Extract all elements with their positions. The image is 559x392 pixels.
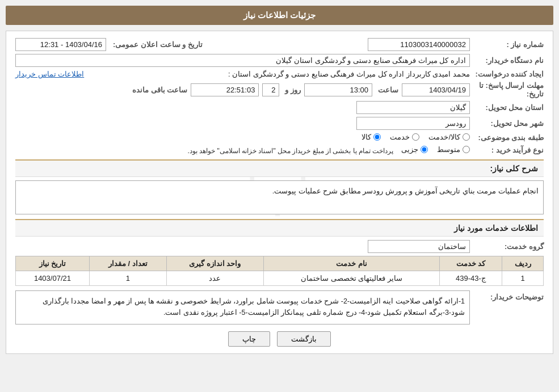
roz-label: روز و (285, 86, 301, 94)
radio-kala-khedmat-label: کالا/خدمت (428, 133, 460, 141)
tabaqe-radio-group: کالا/خدمت خدمت کالا (362, 133, 470, 141)
ijad-konande-label: ایجاد کننده درخواست: (470, 70, 544, 78)
baqi-value: 22:51:03 (191, 83, 259, 96)
th-vahed: واحد اندازه گیری (166, 256, 263, 271)
radio-motavaset[interactable]: متوسط (437, 145, 470, 154)
btn-chap[interactable]: چاپ (228, 331, 270, 347)
roz-value: 2 (262, 83, 279, 96)
shahr-value: رودسر (356, 117, 470, 130)
services-section-header: اطلاعات خدمات مورد نیاز (15, 219, 544, 237)
table-row: 1ج-43-439سایر فعالیتهای تخصصی ساختمانعدد… (16, 271, 544, 286)
table-cell-tedad: 1 (89, 271, 166, 286)
gorooh-khedmat-value: ساختمان (368, 240, 470, 253)
row-nam-dastgah: نام دستگاه خریدار: اداره کل میراث فرهنگی… (15, 54, 544, 67)
page-title: جزئیات اطلاعات نیاز (6, 6, 553, 25)
table-cell-kod_khedmat: ج-43-439 (439, 271, 502, 286)
radio-kala-input[interactable] (373, 133, 381, 141)
shomara-niaz-label: شماره نیاز : (470, 40, 544, 49)
saaat-label: ساعت (378, 86, 398, 94)
mohlat-label: مهلت ارسال پاسخ: تا تاریخ: (470, 81, 544, 98)
shomara-niaz-value: 1103003140000032 (368, 38, 470, 51)
table-cell-vahed: عدد (166, 271, 263, 286)
row-shahr: شهر محل تحویل: رودسر (15, 117, 544, 130)
nam-dastgah-value: اداره کل میراث فرهنگی صنایع دستی و گردشگ… (15, 54, 470, 67)
radio-jozii-input[interactable] (421, 146, 428, 153)
nooe-description: پرداخت تمام یا بخشی از مبلغ خریداز محل "… (188, 147, 394, 155)
ijad-konande-value: محمد امیدی کاربرداز اداره کل میراث فرهنگ… (87, 70, 470, 78)
table-cell-tarikh: 1403/07/21 (16, 271, 90, 286)
sharh-value: انجام عملیات مرمت بناي تاریخی آموزش و پر… (15, 180, 544, 214)
btn-bazgasht[interactable]: بازگشت (277, 331, 331, 347)
row-nooe-farayand: نوع فرآیند خرید : متوسط جزیی پرداخت تمام… (15, 145, 544, 155)
th-tedad: تعداد / مقدار (89, 256, 166, 271)
radio-kala-khedmat-input[interactable] (463, 133, 470, 141)
row-ostan: استان محل تحویل: گیلان (15, 101, 544, 114)
table-cell-nam_khedmat: سایر فعالیتهای تخصصی ساختمان (263, 271, 439, 286)
gorooh-khedmat-label: گروه خدمت: (470, 242, 544, 251)
nooe-farayand-label: نوع فرآیند خرید : (470, 146, 544, 154)
th-radif: ردیف (502, 256, 544, 271)
radio-jozii-label: جزیی (401, 145, 418, 154)
tarikh-elan-label: تاریخ و ساعت اعلان عمومی: (113, 40, 203, 49)
th-tarikh: تاریخ نیاز (16, 256, 90, 271)
ostan-label: استان محل تحویل: (470, 103, 544, 112)
ostan-value: گیلان (356, 101, 470, 114)
radio-kala-khedmat[interactable]: کالا/خدمت (428, 133, 470, 141)
radio-kala-label: کالا (362, 133, 371, 141)
row-tabaqe: طبقه بندی موضوعی: کالا/خدمت خدمت (15, 133, 544, 142)
row-shomara-tarikh: شماره نیاز : 1103003140000032 تاریخ و سا… (15, 38, 544, 51)
th-nam: نام خدمت (263, 256, 439, 271)
shahr-label: شهر محل تحویل: (470, 119, 544, 128)
services-table-body: 1ج-43-439سایر فعالیتهای تخصصی ساختمانعدد… (16, 271, 544, 286)
row-mohlat: مهلت ارسال پاسخ: تا تاریخ: 1403/04/19 سا… (15, 81, 544, 98)
radio-motavaset-label: متوسط (437, 145, 460, 154)
table-cell-radif: 1 (502, 271, 544, 286)
sharh-value-wrap: انجام عملیات مرمت بناي تاریخی آموزش و پر… (15, 180, 544, 214)
row-ijad-konande: ایجاد کننده درخواست: محمد امیدی کاربرداز… (15, 70, 544, 78)
tarikh-elan-value: 1403/04/16 - 12:31 (15, 38, 106, 51)
radio-khedmat-label: خدمت (390, 133, 410, 141)
sharh-section-header: شرح کلی نیاز: (15, 159, 544, 177)
services-table: ردیف کد خدمت نام خدمت واحد اندازه گیری ت… (15, 256, 544, 286)
th-kod: کد خدمت (439, 256, 502, 271)
radio-motavaset-input[interactable] (463, 146, 470, 153)
row-gorooh-khedmat: گروه خدمت: ساختمان (15, 240, 544, 253)
row-tawzihat: توضیحات خریدار: 1-ارائه گواهی صلاحیت این… (15, 290, 544, 324)
radio-khedmat-input[interactable] (412, 133, 419, 141)
nooe-radio-group: متوسط جزیی (401, 145, 470, 154)
etelaaat-tamas-link[interactable]: اطلاعات تماس خریدار (15, 70, 84, 78)
tawzihat-label: توضیحات خریدار: (470, 290, 544, 301)
nam-dastgah-label: نام دستگاه خریدار: (470, 56, 544, 65)
radio-kala[interactable]: کالا (362, 133, 381, 141)
radio-jozii[interactable]: جزیی (401, 145, 428, 154)
tabaqe-label: طبقه بندی موضوعی: (470, 133, 544, 142)
baqi-label: ساعت باقی مانده (132, 86, 187, 94)
time-value: 13:00 (304, 83, 372, 96)
tawzihat-value: 1-ارائه گواهی صلاحیت اینه الزامیست-2- شر… (15, 290, 470, 324)
date-value: 1403/04/19 (402, 83, 470, 96)
bottom-buttons: بازگشت چاپ (15, 331, 544, 347)
services-table-header: ردیف کد خدمت نام خدمت واحد اندازه گیری ت… (16, 256, 544, 271)
radio-khedmat[interactable]: خدمت (390, 133, 419, 141)
